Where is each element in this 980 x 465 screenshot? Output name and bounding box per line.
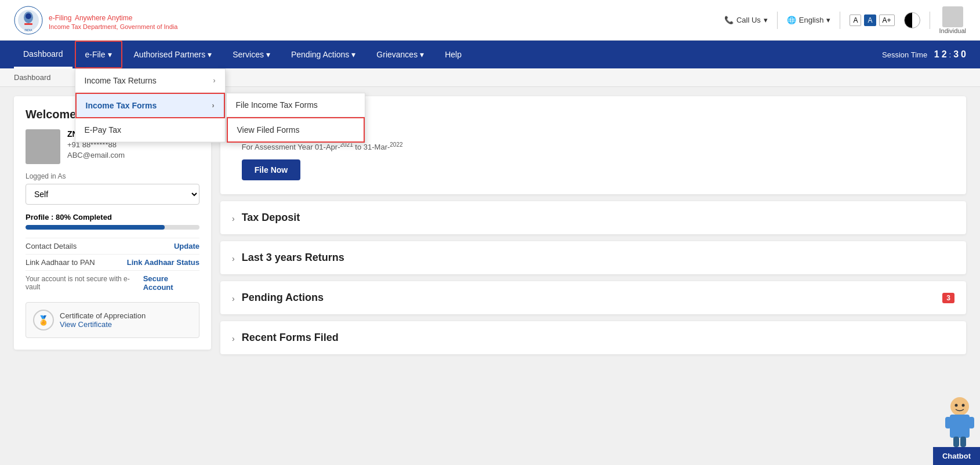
itf-chevron-icon: › <box>212 101 215 110</box>
logo-area: INDIA e-Filing Anywhere Anytime Income T… <box>14 6 177 35</box>
secure-account-link[interactable]: Secure Account <box>143 274 199 292</box>
nav-bar: Dashboard e-File ▾ Income Tax Returns › … <box>0 41 980 68</box>
svg-point-3 <box>26 13 31 19</box>
profile-avatar <box>26 129 60 164</box>
nav-services[interactable]: Services ▾ <box>223 41 280 68</box>
nav-pending-actions[interactable]: Pending Actions ▾ <box>282 41 365 68</box>
tax-deposit-header[interactable]: › Tax Deposit <box>232 212 954 224</box>
call-us-chevron-icon: ▾ <box>764 16 768 24</box>
site-dept: Income Tax Department, Government of Ind… <box>49 23 177 30</box>
file-now-button[interactable]: File Now <box>242 159 301 180</box>
recent-forms-chevron-icon[interactable]: › <box>232 334 235 343</box>
cert-info: Certificate of Appreciation View Certifi… <box>60 311 146 329</box>
recent-forms-section-card: › Recent Forms Filed <box>220 321 966 354</box>
session-time: Session Time 1 2 : 3 0 <box>882 49 966 60</box>
user-role: Individual <box>939 27 966 34</box>
last-returns-header[interactable]: › Last 3 years Returns <box>232 252 954 264</box>
dropdown-item-epay[interactable]: E-Pay Tax <box>75 118 225 142</box>
view-certificate-link[interactable]: View Certificate <box>60 320 146 329</box>
submenu-file-itf[interactable]: File Income Tax Forms <box>227 93 365 117</box>
update-link[interactable]: Update <box>174 242 199 250</box>
pending-badge: 3 <box>942 293 954 303</box>
tax-deposit-section-card: › Tax Deposit <box>220 201 966 234</box>
aadhaar-status-link[interactable]: Link Aadhaar Status <box>127 258 199 267</box>
last-returns-section-card: › Last 3 years Returns <box>220 241 966 274</box>
services-chevron-icon: ▾ <box>266 50 270 59</box>
nav-dashboard[interactable]: Dashboard <box>14 41 72 68</box>
progress-bar-fill <box>26 225 165 230</box>
user-info: Individual <box>939 6 966 34</box>
contrast-toggle-button[interactable] <box>904 12 920 28</box>
dropdown-item-itf[interactable]: Income Tax Forms › <box>75 93 225 118</box>
svg-rect-4 <box>24 23 32 25</box>
profile-email: ABC@email.com <box>67 151 125 159</box>
recent-forms-title: Recent Forms Filed <box>242 332 954 344</box>
nav-help[interactable]: Help <box>435 41 471 68</box>
pending-actions-section-card: › Pending Actions 3 <box>220 281 966 314</box>
dropdown-item-itr[interactable]: Income Tax Returns › <box>75 69 225 93</box>
auth-partners-chevron-icon: ▾ <box>208 50 212 59</box>
font-medium-button[interactable]: A <box>864 14 876 26</box>
avatar <box>942 6 963 27</box>
contact-details-row: Contact Details Update <box>26 238 199 254</box>
top-right-controls: 📞 Call Us ▾ 🌐 English ▾ A A A+ Individua… <box>724 6 966 34</box>
font-large-button[interactable]: A+ <box>879 14 895 26</box>
site-name: e-Filing Anywhere Anytime <box>49 10 177 23</box>
lang-chevron-icon: ▾ <box>826 16 830 24</box>
progress-bar-bg <box>26 225 199 230</box>
itr-chevron-icon: › <box>213 77 216 85</box>
last-returns-chevron-icon[interactable]: › <box>232 254 235 263</box>
font-controls: A A A+ <box>850 14 894 26</box>
pending-actions-title: Pending Actions <box>242 292 936 304</box>
pending-chevron-icon: ▾ <box>351 50 355 59</box>
last-returns-title: Last 3 years Returns <box>242 252 954 264</box>
divider-2 <box>840 12 840 29</box>
pending-actions-chevron-icon[interactable]: › <box>232 294 235 303</box>
tax-deposit-title: Tax Deposit <box>242 212 954 224</box>
language-selector[interactable]: 🌐 English ▾ <box>787 16 831 24</box>
nav-efile[interactable]: e-File ▾ <box>75 41 122 68</box>
call-us-button[interactable]: 📞 Call Us ▾ <box>724 16 768 24</box>
divider-1 <box>777 12 778 29</box>
phone-icon: 📞 <box>724 16 734 24</box>
divider-3 <box>930 12 930 29</box>
profile-completion: Profile : 80% Completed <box>26 213 199 221</box>
submenu-view-filed-forms[interactable]: View Filed Forms <box>227 117 365 143</box>
nav-grievances[interactable]: Grievances ▾ <box>367 41 433 68</box>
logo-text: e-Filing Anywhere Anytime Income Tax Dep… <box>49 10 177 30</box>
top-bar: INDIA e-Filing Anywhere Anytime Income T… <box>0 0 980 41</box>
secure-account-row: Your account is not secure with e-vault … <box>26 270 199 295</box>
svg-text:INDIA: INDIA <box>24 28 32 32</box>
dropdown-item-itf-wrapper: Income Tax Forms › File Income Tax Forms… <box>75 93 225 118</box>
cert-icon: 🏅 <box>33 310 54 330</box>
nav-efile-wrapper: e-File ▾ Income Tax Returns › Income Tax… <box>75 41 122 68</box>
link-aadhaar-row: Link Aadhaar to PAN Link Aadhaar Status <box>26 254 199 270</box>
grievances-chevron-icon: ▾ <box>420 50 424 59</box>
pending-actions-header[interactable]: › Pending Actions 3 <box>232 292 954 304</box>
logged-in-label: Logged in As <box>26 172 199 180</box>
itf-submenu: File Income Tax Forms View Filed Forms <box>226 93 365 143</box>
recent-forms-header[interactable]: › Recent Forms Filed <box>232 332 954 344</box>
cert-card: 🏅 Certificate of Appreciation View Certi… <box>26 302 199 338</box>
logged-in-select[interactable]: Self <box>26 184 199 205</box>
efile-dropdown-menu: Income Tax Returns › Income Tax Forms › … <box>75 68 226 143</box>
globe-icon: 🌐 <box>787 16 796 24</box>
tax-deposit-chevron-icon[interactable]: › <box>232 214 235 223</box>
efile-chevron-icon: ▾ <box>108 50 112 59</box>
font-small-button[interactable]: A <box>850 14 861 26</box>
nav-authorised-partners[interactable]: Authorised Partners ▾ <box>125 41 222 68</box>
emblem-icon: INDIA <box>14 6 43 35</box>
